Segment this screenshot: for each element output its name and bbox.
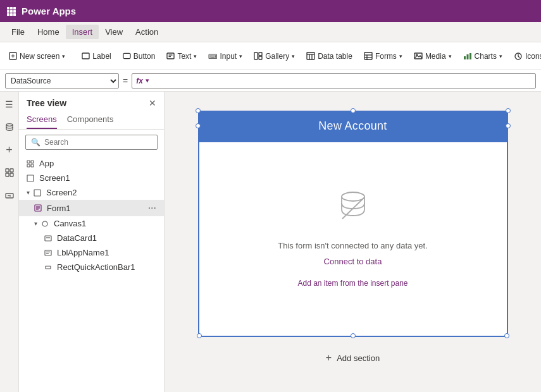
- menu-action[interactable]: Action: [129, 25, 165, 39]
- canvas1-label: Canvas1: [54, 219, 156, 228]
- handle-tl[interactable]: [196, 108, 201, 113]
- svg-rect-54: [45, 236, 51, 241]
- tree-item-lblappname1[interactable]: LblAppName1: [19, 245, 164, 260]
- connect-to-data-link[interactable]: Connect to data: [324, 257, 382, 266]
- tree-item-screen2[interactable]: ▾ Screen2: [19, 185, 164, 200]
- label-button[interactable]: Label: [77, 49, 116, 63]
- search-icon: 🔍: [31, 138, 40, 147]
- handle-bm[interactable]: [351, 333, 356, 338]
- svg-rect-29: [414, 53, 422, 59]
- input-button[interactable]: ⌨ Input ▾: [203, 49, 247, 63]
- form-title: New Account: [318, 119, 387, 133]
- handle-mr[interactable]: [506, 123, 511, 128]
- svg-rect-5: [13, 10, 16, 13]
- text-button[interactable]: Text ▾: [161, 49, 202, 63]
- add-section-label: Add section: [337, 353, 380, 363]
- button-toolbar-button[interactable]: Button: [118, 49, 161, 63]
- rectquickactionbar1-label: RectQuickActionBar1: [57, 262, 156, 272]
- svg-rect-4: [10, 10, 13, 13]
- svg-rect-18: [254, 52, 258, 59]
- svg-rect-0: [7, 7, 9, 9]
- svg-rect-39: [10, 173, 13, 176]
- no-data-icon: [337, 190, 369, 231]
- formula-caret: ▾: [146, 77, 149, 85]
- svg-rect-56: [45, 250, 51, 255]
- lblappname1-label: LblAppName1: [57, 248, 156, 257]
- svg-rect-6: [7, 13, 9, 16]
- forms-button[interactable]: Forms ▾: [359, 49, 407, 63]
- fx-label: fx: [136, 77, 143, 85]
- svg-rect-48: [34, 190, 40, 196]
- svg-rect-12: [82, 53, 89, 59]
- insert-hint: Add an item from the insert pane: [297, 279, 407, 288]
- menu-insert[interactable]: Insert: [66, 25, 99, 39]
- canvas1-expand-icon: ▾: [34, 220, 37, 227]
- tab-components[interactable]: Components: [67, 112, 114, 129]
- tree-item-app[interactable]: App: [19, 156, 164, 171]
- screen1-label: Screen1: [39, 173, 156, 183]
- handle-bl[interactable]: [197, 333, 202, 338]
- svg-rect-13: [123, 53, 130, 58]
- svg-rect-14: [167, 53, 174, 59]
- svg-rect-8: [13, 13, 16, 16]
- new-screen-button[interactable]: New screen ▾: [4, 49, 70, 63]
- form-body: This form isn't connected to any data ye…: [198, 141, 508, 337]
- svg-rect-31: [464, 56, 466, 59]
- app-label: App: [39, 159, 156, 168]
- form1-more-button[interactable]: ···: [148, 202, 156, 214]
- formula-input[interactable]: fx ▾: [132, 73, 536, 89]
- hamburger-icon[interactable]: ☰: [2, 97, 17, 112]
- svg-rect-47: [27, 175, 34, 181]
- tree-item-screen1[interactable]: Screen1: [19, 171, 164, 185]
- datasource-select[interactable]: DataSource: [5, 73, 119, 89]
- svg-rect-3: [7, 10, 9, 13]
- svg-point-53: [42, 221, 47, 226]
- menu-home[interactable]: Home: [31, 25, 66, 39]
- main-area: ☰ + Tree view: [0, 92, 541, 392]
- charts-button[interactable]: Charts ▾: [458, 49, 507, 63]
- svg-rect-36: [6, 169, 9, 172]
- media-button[interactable]: Media ▾: [409, 49, 457, 63]
- database-icon[interactable]: [2, 119, 17, 135]
- form-message: This form isn't connected to any data ye…: [278, 241, 428, 250]
- tree-panel-close-button[interactable]: ✕: [149, 98, 156, 108]
- handle-ml[interactable]: [196, 123, 201, 128]
- tab-screens[interactable]: Screens: [27, 112, 57, 129]
- tree-search-box[interactable]: 🔍: [25, 135, 158, 150]
- menu-view[interactable]: View: [99, 25, 129, 39]
- tree-item-canvas1[interactable]: ▾ Canvas1: [19, 216, 164, 231]
- variables-icon[interactable]: [2, 188, 17, 203]
- screen2-label: Screen2: [46, 188, 156, 197]
- canvas-area: New Account This form isn't connected to…: [165, 92, 541, 392]
- datacard1-label: DataCard1: [57, 233, 156, 243]
- add-section-button[interactable]: + Add section: [318, 347, 387, 369]
- handle-tr[interactable]: [506, 108, 511, 113]
- tree-panel: Tree view ✕ Screens Components 🔍 App: [19, 92, 165, 392]
- svg-rect-44: [31, 161, 34, 163]
- svg-rect-25: [364, 52, 372, 59]
- add-icon[interactable]: +: [2, 142, 17, 157]
- tree-item-rectquickactionbar1[interactable]: RectQuickActionBar1: [19, 260, 164, 274]
- components-icon[interactable]: [2, 165, 17, 180]
- tree-item-form1[interactable]: Form1 ···: [19, 200, 164, 216]
- menu-file[interactable]: File: [5, 25, 31, 39]
- gallery-button[interactable]: Gallery ▾: [249, 49, 300, 63]
- svg-rect-33: [469, 53, 471, 59]
- data-table-button[interactable]: Data table: [301, 49, 358, 63]
- form-canvas[interactable]: New Account This form isn't connected to…: [198, 111, 508, 337]
- svg-rect-46: [31, 164, 34, 167]
- search-input[interactable]: [44, 138, 152, 147]
- handle-tm[interactable]: [351, 108, 356, 113]
- sidebar-icons: ☰ +: [0, 92, 19, 392]
- title-bar: Power Apps: [0, 0, 541, 22]
- tree-panel-title: Tree view: [27, 98, 66, 108]
- svg-point-60: [342, 192, 364, 201]
- svg-rect-59: [46, 266, 51, 269]
- formula-bar: DataSource = fx ▾: [0, 70, 541, 92]
- equals-sign: =: [123, 76, 128, 86]
- tree-item-datacard1[interactable]: DataCard1: [19, 231, 164, 245]
- svg-text:⌨: ⌨: [208, 53, 217, 60]
- handle-br[interactable]: [504, 333, 509, 338]
- svg-rect-20: [259, 56, 262, 59]
- icons-button[interactable]: Icons ▾: [509, 49, 541, 63]
